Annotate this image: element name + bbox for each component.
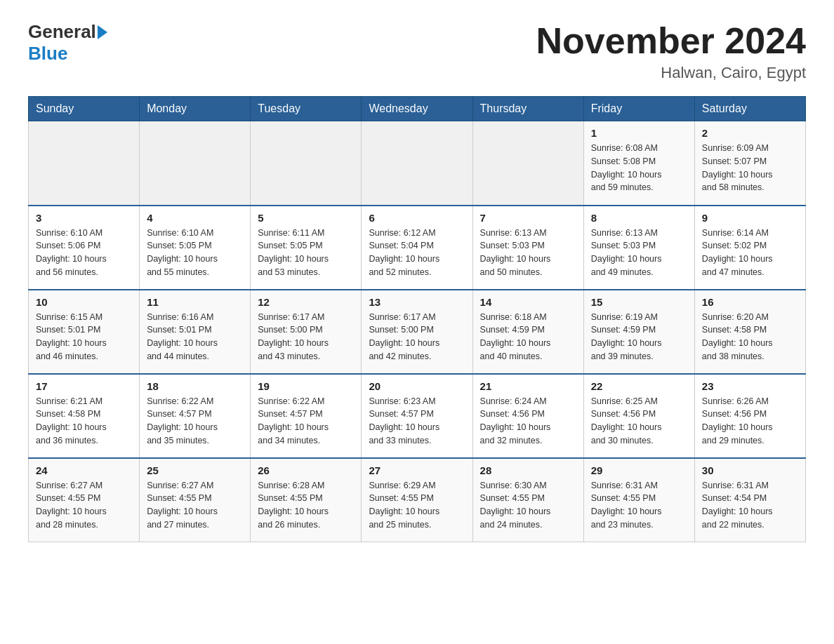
logo: General Blue bbox=[28, 21, 109, 65]
day-number: 12 bbox=[258, 296, 354, 308]
day-info: Sunrise: 6:16 AMSunset: 5:01 PMDaylight:… bbox=[147, 311, 243, 363]
calendar-day-cell: 8Sunrise: 6:13 AMSunset: 5:03 PMDaylight… bbox=[583, 206, 694, 290]
location-text: Halwan, Cairo, Egypt bbox=[536, 64, 806, 82]
day-number: 27 bbox=[369, 464, 465, 476]
day-info: Sunrise: 6:22 AMSunset: 4:57 PMDaylight:… bbox=[147, 395, 243, 448]
day-number: 11 bbox=[147, 296, 243, 308]
calendar-day-cell: 29Sunrise: 6:31 AMSunset: 4:55 PMDayligh… bbox=[583, 458, 694, 542]
calendar-day-cell bbox=[251, 121, 362, 206]
calendar-day-cell: 9Sunrise: 6:14 AMSunset: 5:02 PMDaylight… bbox=[694, 206, 805, 290]
day-number: 24 bbox=[36, 464, 132, 476]
day-info: Sunrise: 6:20 AMSunset: 4:58 PMDaylight:… bbox=[702, 311, 798, 363]
day-number: 18 bbox=[147, 380, 243, 392]
day-number: 23 bbox=[702, 380, 798, 392]
day-info: Sunrise: 6:22 AMSunset: 4:57 PMDaylight:… bbox=[258, 395, 354, 448]
calendar-day-cell: 28Sunrise: 6:30 AMSunset: 4:55 PMDayligh… bbox=[472, 458, 583, 542]
calendar-day-cell bbox=[140, 121, 251, 206]
day-number: 6 bbox=[369, 212, 465, 224]
page-header: General Blue November 2024 Halwan, Cairo… bbox=[28, 21, 806, 82]
day-of-week-header: Thursday bbox=[472, 97, 583, 121]
day-number: 10 bbox=[36, 296, 132, 308]
calendar-day-cell: 7Sunrise: 6:13 AMSunset: 5:03 PMDaylight… bbox=[472, 206, 583, 290]
logo-arrow-icon bbox=[98, 25, 107, 39]
calendar-day-cell: 6Sunrise: 6:12 AMSunset: 5:04 PMDaylight… bbox=[362, 206, 472, 290]
day-info: Sunrise: 6:08 AMSunset: 5:08 PMDaylight:… bbox=[591, 142, 687, 194]
day-info: Sunrise: 6:28 AMSunset: 4:55 PMDaylight:… bbox=[258, 479, 354, 532]
calendar-day-cell: 11Sunrise: 6:16 AMSunset: 5:01 PMDayligh… bbox=[140, 290, 251, 374]
day-number: 14 bbox=[480, 296, 576, 308]
day-info: Sunrise: 6:27 AMSunset: 4:55 PMDaylight:… bbox=[36, 479, 132, 532]
day-info: Sunrise: 6:15 AMSunset: 5:01 PMDaylight:… bbox=[36, 311, 132, 363]
calendar-day-cell: 27Sunrise: 6:29 AMSunset: 4:55 PMDayligh… bbox=[362, 458, 472, 542]
day-number: 25 bbox=[147, 464, 243, 476]
day-number: 22 bbox=[591, 380, 687, 392]
day-of-week-header: Wednesday bbox=[362, 97, 472, 121]
calendar-day-cell: 23Sunrise: 6:26 AMSunset: 4:56 PMDayligh… bbox=[694, 374, 805, 458]
calendar-table: SundayMondayTuesdayWednesdayThursdayFrid… bbox=[28, 96, 806, 542]
day-info: Sunrise: 6:31 AMSunset: 4:55 PMDaylight:… bbox=[591, 479, 687, 532]
day-info: Sunrise: 6:10 AMSunset: 5:05 PMDaylight:… bbox=[147, 227, 243, 279]
logo-general-text: General bbox=[28, 21, 96, 43]
day-info: Sunrise: 6:26 AMSunset: 4:56 PMDaylight:… bbox=[702, 395, 798, 448]
day-info: Sunrise: 6:31 AMSunset: 4:54 PMDaylight:… bbox=[702, 479, 798, 532]
day-number: 5 bbox=[258, 212, 354, 224]
calendar-day-cell bbox=[472, 121, 583, 206]
day-info: Sunrise: 6:13 AMSunset: 5:03 PMDaylight:… bbox=[591, 227, 687, 279]
day-number: 30 bbox=[702, 464, 798, 476]
calendar-day-cell: 17Sunrise: 6:21 AMSunset: 4:58 PMDayligh… bbox=[29, 374, 140, 458]
day-info: Sunrise: 6:17 AMSunset: 5:00 PMDaylight:… bbox=[258, 311, 354, 363]
calendar-day-cell: 30Sunrise: 6:31 AMSunset: 4:54 PMDayligh… bbox=[694, 458, 805, 542]
calendar-day-cell: 21Sunrise: 6:24 AMSunset: 4:56 PMDayligh… bbox=[472, 374, 583, 458]
day-of-week-header: Tuesday bbox=[251, 97, 362, 121]
calendar-day-cell: 12Sunrise: 6:17 AMSunset: 5:00 PMDayligh… bbox=[251, 290, 362, 374]
calendar-day-cell: 10Sunrise: 6:15 AMSunset: 5:01 PMDayligh… bbox=[29, 290, 140, 374]
calendar-week-row: 10Sunrise: 6:15 AMSunset: 5:01 PMDayligh… bbox=[29, 290, 806, 374]
day-info: Sunrise: 6:18 AMSunset: 4:59 PMDaylight:… bbox=[480, 311, 576, 363]
day-info: Sunrise: 6:30 AMSunset: 4:55 PMDaylight:… bbox=[480, 479, 576, 532]
day-info: Sunrise: 6:10 AMSunset: 5:06 PMDaylight:… bbox=[36, 227, 132, 279]
calendar-day-cell: 13Sunrise: 6:17 AMSunset: 5:00 PMDayligh… bbox=[362, 290, 472, 374]
day-info: Sunrise: 6:11 AMSunset: 5:05 PMDaylight:… bbox=[258, 227, 354, 279]
day-number: 1 bbox=[591, 127, 687, 139]
calendar-week-row: 24Sunrise: 6:27 AMSunset: 4:55 PMDayligh… bbox=[29, 458, 806, 542]
calendar-week-row: 1Sunrise: 6:08 AMSunset: 5:08 PMDaylight… bbox=[29, 121, 806, 206]
day-info: Sunrise: 6:09 AMSunset: 5:07 PMDaylight:… bbox=[702, 142, 798, 194]
day-info: Sunrise: 6:25 AMSunset: 4:56 PMDaylight:… bbox=[591, 395, 687, 448]
day-info: Sunrise: 6:29 AMSunset: 4:55 PMDaylight:… bbox=[369, 479, 465, 532]
calendar-day-cell: 20Sunrise: 6:23 AMSunset: 4:57 PMDayligh… bbox=[362, 374, 472, 458]
day-of-week-header: Sunday bbox=[29, 97, 140, 121]
day-number: 13 bbox=[369, 296, 465, 308]
day-number: 29 bbox=[591, 464, 687, 476]
day-number: 26 bbox=[258, 464, 354, 476]
day-number: 9 bbox=[702, 212, 798, 224]
day-number: 28 bbox=[480, 464, 576, 476]
day-info: Sunrise: 6:27 AMSunset: 4:55 PMDaylight:… bbox=[147, 479, 243, 532]
day-number: 3 bbox=[36, 212, 132, 224]
day-info: Sunrise: 6:19 AMSunset: 4:59 PMDaylight:… bbox=[591, 311, 687, 363]
calendar-day-cell: 15Sunrise: 6:19 AMSunset: 4:59 PMDayligh… bbox=[583, 290, 694, 374]
day-number: 20 bbox=[369, 380, 465, 392]
calendar-day-cell: 16Sunrise: 6:20 AMSunset: 4:58 PMDayligh… bbox=[694, 290, 805, 374]
logo-blue-text: Blue bbox=[28, 43, 67, 64]
day-number: 7 bbox=[480, 212, 576, 224]
calendar-header-row: SundayMondayTuesdayWednesdayThursdayFrid… bbox=[29, 97, 806, 121]
calendar-day-cell: 26Sunrise: 6:28 AMSunset: 4:55 PMDayligh… bbox=[251, 458, 362, 542]
day-info: Sunrise: 6:24 AMSunset: 4:56 PMDaylight:… bbox=[480, 395, 576, 448]
calendar-day-cell: 18Sunrise: 6:22 AMSunset: 4:57 PMDayligh… bbox=[140, 374, 251, 458]
calendar-week-row: 3Sunrise: 6:10 AMSunset: 5:06 PMDaylight… bbox=[29, 206, 806, 290]
day-number: 8 bbox=[591, 212, 687, 224]
calendar-day-cell: 1Sunrise: 6:08 AMSunset: 5:08 PMDaylight… bbox=[583, 121, 694, 206]
calendar-day-cell bbox=[362, 121, 472, 206]
calendar-day-cell bbox=[29, 121, 140, 206]
calendar-day-cell: 19Sunrise: 6:22 AMSunset: 4:57 PMDayligh… bbox=[251, 374, 362, 458]
day-info: Sunrise: 6:12 AMSunset: 5:04 PMDaylight:… bbox=[369, 227, 465, 279]
day-of-week-header: Friday bbox=[583, 97, 694, 121]
day-of-week-header: Saturday bbox=[694, 97, 805, 121]
day-number: 4 bbox=[147, 212, 243, 224]
day-number: 17 bbox=[36, 380, 132, 392]
calendar-day-cell: 22Sunrise: 6:25 AMSunset: 4:56 PMDayligh… bbox=[583, 374, 694, 458]
calendar-day-cell: 4Sunrise: 6:10 AMSunset: 5:05 PMDaylight… bbox=[140, 206, 251, 290]
calendar-day-cell: 14Sunrise: 6:18 AMSunset: 4:59 PMDayligh… bbox=[472, 290, 583, 374]
day-of-week-header: Monday bbox=[140, 97, 251, 121]
day-info: Sunrise: 6:21 AMSunset: 4:58 PMDaylight:… bbox=[36, 395, 132, 448]
